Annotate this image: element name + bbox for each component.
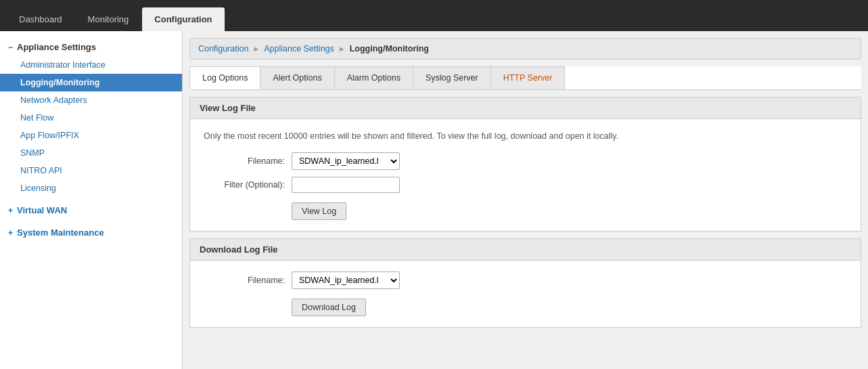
sidebar-appliance-items: Administrator Interface Logging/Monitori…: [0, 56, 182, 197]
sidebar-item-admin-interface[interactable]: Administrator Interface: [0, 56, 182, 74]
sidebar-virtual-wan-label: Virtual WAN: [17, 205, 67, 215]
breadcrumb-sep-2: ►: [338, 45, 346, 53]
breadcrumb-configuration[interactable]: Configuration: [198, 44, 248, 53]
collapse-icon: −: [8, 43, 13, 52]
content-area: Configuration ► Appliance Settings ► Log…: [183, 31, 868, 369]
sidebar-virtual-wan-section: + Virtual WAN: [0, 201, 182, 219]
view-log-filename-label: Filename:: [204, 156, 285, 166]
tab-alarm-options[interactable]: Alarm Options: [334, 66, 413, 89]
download-log-filename-label: Filename:: [204, 276, 285, 285]
tab-http-server[interactable]: HTTP Server: [490, 66, 566, 89]
view-log-file-section: View Log File Only the most recent 10000…: [189, 97, 861, 232]
sidebar-appliance-settings-label: Appliance Settings: [17, 42, 96, 52]
sidebar-appliance-settings-header[interactable]: − Appliance Settings: [0, 38, 182, 56]
view-log-filename-row: Filename: SDWAN_ip_learned.l: [204, 152, 847, 170]
view-log-button[interactable]: View Log: [292, 202, 346, 220]
main-layout: − Appliance Settings Administrator Inter…: [0, 31, 868, 369]
breadcrumb: Configuration ► Appliance Settings ► Log…: [189, 38, 861, 60]
view-log-file-body: Only the most recent 10000 entries will …: [190, 119, 861, 231]
download-log-file-header: Download Log File: [190, 239, 861, 261]
view-log-filter-label: Filter (Optional):: [204, 180, 285, 190]
sidebar: − Appliance Settings Administrator Inter…: [0, 31, 183, 369]
sidebar-item-app-flow-ipfix[interactable]: App Flow/IPFIX: [0, 127, 182, 144]
sidebar-item-logging-monitoring[interactable]: Logging/Monitoring: [0, 74, 182, 91]
sidebar-system-maintenance-section: + System Maintenance: [0, 223, 182, 242]
top-nav: Dashboard Monitoring Configuration: [0, 0, 868, 31]
download-log-file-section: Download Log File Filename: SDWAN_ip_lea…: [189, 238, 861, 328]
sidebar-system-maintenance-header[interactable]: + System Maintenance: [0, 223, 182, 242]
view-log-file-header: View Log File: [190, 97, 861, 119]
breadcrumb-sep-1: ►: [252, 45, 260, 53]
tab-syslog-server[interactable]: Syslog Server: [413, 66, 491, 89]
view-log-info-text: Only the most recent 10000 entries will …: [204, 130, 847, 143]
download-log-file-body: Filename: SDWAN_ip_learned.l Download Lo…: [190, 261, 861, 327]
download-log-button[interactable]: Download Log: [292, 299, 366, 316]
tab-log-options[interactable]: Log Options: [189, 66, 260, 89]
download-log-filename-select[interactable]: SDWAN_ip_learned.l: [292, 272, 400, 289]
view-log-filter-row: Filter (Optional):: [204, 177, 847, 193]
system-maintenance-toggle-icon: +: [8, 228, 13, 238]
tabs-bar: Log Options Alert Options Alarm Options …: [189, 66, 861, 90]
tab-alert-options[interactable]: Alert Options: [260, 66, 334, 89]
nav-monitoring[interactable]: Monitoring: [76, 7, 141, 31]
sidebar-item-licensing[interactable]: Licensing: [0, 179, 182, 197]
view-log-filename-select[interactable]: SDWAN_ip_learned.l: [292, 152, 400, 170]
view-log-filter-input[interactable]: [292, 177, 400, 193]
sidebar-item-network-adapters[interactable]: Network Adapters: [0, 91, 182, 109]
virtual-wan-toggle-icon: +: [8, 206, 13, 215]
breadcrumb-appliance-settings[interactable]: Appliance Settings: [264, 44, 334, 53]
nav-dashboard[interactable]: Dashboard: [7, 7, 74, 31]
sidebar-item-snmp[interactable]: SNMP: [0, 144, 182, 162]
breadcrumb-current: Logging/Monitoring: [350, 44, 429, 53]
nav-configuration[interactable]: Configuration: [142, 7, 224, 31]
sidebar-item-nitro-api[interactable]: NITRO API: [0, 162, 182, 179]
sidebar-system-maintenance-label: System Maintenance: [17, 227, 104, 238]
sidebar-item-net-flow[interactable]: Net Flow: [0, 109, 182, 127]
download-log-filename-row: Filename: SDWAN_ip_learned.l: [204, 272, 847, 289]
sidebar-virtual-wan-header[interactable]: + Virtual WAN: [0, 201, 182, 219]
